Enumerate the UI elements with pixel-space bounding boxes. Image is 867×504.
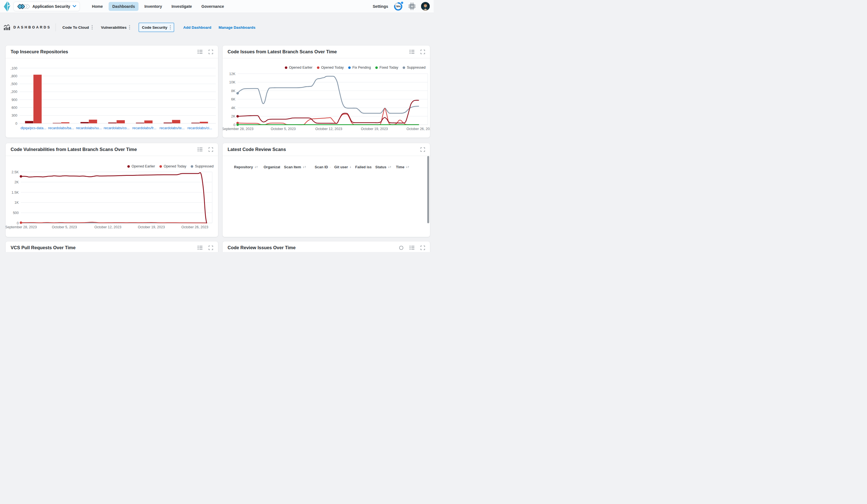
bar-category-label[interactable]: recardolabs/co...	[104, 126, 129, 130]
legend-item-suppressed[interactable]: Suppressed	[403, 66, 426, 69]
primary-nav: Home Dashboards Inventory Investigate Go…	[88, 2, 227, 11]
column-header-time[interactable]: Time↓↑	[392, 165, 425, 169]
progress-ring[interactable]: 78%	[394, 2, 403, 11]
sort-icon[interactable]: ↓↑	[254, 165, 258, 168]
bar-opened-today[interactable]	[117, 120, 125, 123]
bar-opened-earlier[interactable]	[53, 123, 61, 124]
list-view-icon[interactable]	[198, 50, 202, 54]
top-nav: Application Security Home Dashboards Inv…	[0, 0, 434, 13]
bar-opened-today[interactable]	[172, 120, 180, 123]
bar-category-label[interactable]: dlpqa/pcs-data...	[20, 126, 46, 130]
top-insecure-repositories-chart[interactable]: 0300600900,200,500,800,100dlpqa/pcs-data…	[6, 58, 218, 138]
add-dashboard-link[interactable]: Add Dashboard	[183, 25, 211, 30]
avatar-image	[421, 2, 430, 11]
user-avatar[interactable]	[421, 2, 430, 11]
series-opened-today[interactable]	[238, 108, 419, 125]
bar-opened-today[interactable]	[144, 121, 153, 123]
card-header: Code Issues from Latest Branch Scans Ove…	[223, 45, 430, 58]
manage-dashboards-link[interactable]: Manage Dashboards	[218, 25, 256, 30]
svg-text:2K: 2K	[231, 114, 236, 118]
bar-opened-earlier[interactable]	[164, 122, 172, 123]
nav-item-home[interactable]: Home	[88, 2, 106, 11]
column-header-scan-item[interactable]: Scan Item↓↑	[280, 165, 311, 169]
bar-opened-today[interactable]	[33, 75, 42, 123]
column-header-repository[interactable]: Repository↓↑	[227, 165, 260, 169]
card-code-issues-over-time: Code Issues from Latest Branch Scans Ove…	[223, 45, 430, 138]
ai-chip-icon[interactable]: AI	[408, 2, 416, 10]
expand-icon[interactable]	[208, 50, 213, 54]
svg-text:October 26, 2023: October 26, 2023	[407, 127, 430, 131]
bar-category-label[interactable]: recardolabs/ci...	[188, 126, 212, 130]
legend-item-fixed-today[interactable]: Fixed Today	[375, 66, 398, 69]
bar-opened-earlier[interactable]	[81, 122, 89, 123]
expand-icon[interactable]	[420, 147, 425, 152]
series-opened-today[interactable]	[21, 222, 207, 223]
settings-link[interactable]: Settings	[373, 4, 388, 9]
dashboard-tab-code-security[interactable]: Code Security	[139, 23, 174, 32]
bar-opened-earlier[interactable]	[136, 123, 144, 123]
dashboards-icon	[3, 24, 10, 31]
list-view-icon[interactable]	[198, 245, 202, 250]
legend-item-opened-earlier[interactable]: Opened Earlier	[285, 66, 312, 69]
sort-icon[interactable]: ↓↑	[388, 165, 391, 168]
nav-item-governance[interactable]: Governance	[198, 2, 227, 11]
legend-item-opened-today[interactable]: Opened Today	[159, 164, 186, 168]
dashboard-tab-vulnerabilities[interactable]: Vulnerabilities	[101, 25, 130, 30]
column-header-scan-id[interactable]: Scan ID↓↑	[311, 165, 330, 169]
expand-icon[interactable]	[420, 50, 425, 54]
bar-opened-earlier[interactable]	[108, 122, 117, 123]
list-view-icon[interactable]	[410, 50, 414, 54]
table-header-row: Repository↓↑Organization↓↑Scan Item↓↑Sca…	[227, 163, 425, 171]
bar-opened-today[interactable]	[200, 122, 208, 123]
card-header: Code Review Issues Over Time	[223, 241, 430, 252]
sort-icon[interactable]: ↓↑	[406, 165, 409, 168]
legend-label: Fixed Today	[379, 66, 398, 69]
nav-item-dashboards[interactable]: Dashboards	[109, 2, 139, 11]
card-code-review-issues: Code Review Issues Over Time	[223, 241, 430, 252]
svg-text:,800: ,800	[11, 74, 17, 78]
svg-text:AI: AI	[411, 5, 413, 8]
list-view-icon[interactable]	[410, 245, 414, 250]
code-issues-chart[interactable]: 02K4K6K8K10K12KSeptember 28, 2023October…	[223, 58, 430, 138]
svg-text:8K: 8K	[231, 89, 236, 93]
expand-icon[interactable]	[208, 147, 213, 152]
column-header-status[interactable]: Status↓↑	[371, 165, 392, 169]
expand-icon[interactable]	[208, 245, 213, 250]
column-header-git-user[interactable]: Git user↓↑	[330, 165, 351, 169]
bar-opened-today[interactable]	[61, 122, 69, 123]
sort-icon[interactable]: ↓↑	[349, 165, 351, 168]
dashboard-tab-code-to-cloud[interactable]: Code To Cloud	[63, 25, 93, 30]
bar-category-label[interactable]: recardolabs/fr...	[132, 126, 156, 130]
list-view-icon[interactable]	[198, 147, 202, 152]
card-code-vulnerabilities-over-time: Code Vulnerabilities from Latest Branch …	[6, 143, 218, 237]
nav-item-inventory[interactable]: Inventory	[141, 2, 165, 11]
scan-table: Repository↓↑Organization↓↑Scan Item↓↑Sca…	[223, 156, 430, 237]
series-opened-earlier[interactable]	[238, 100, 419, 123]
column-header-organization[interactable]: Organization↓↑	[260, 165, 280, 169]
bar-opened-today[interactable]	[89, 120, 97, 123]
series-opened-earlier[interactable]	[21, 173, 207, 223]
kebab-menu-icon[interactable]	[92, 25, 93, 30]
bar-opened-earlier[interactable]	[191, 123, 200, 123]
top-nav-right: Settings 78% AI	[373, 2, 431, 11]
column-header-failed-issues[interactable]: Failed issues↓↑	[351, 165, 371, 169]
prisma-cloud-logo-icon[interactable]	[3, 1, 11, 12]
card-title: Top Insecure Repositories	[11, 49, 68, 54]
table-scrollbar[interactable]	[427, 156, 429, 223]
legend-item-opened-earlier[interactable]: Opened Earlier	[127, 164, 155, 168]
nav-item-investigate[interactable]: Investigate	[168, 2, 195, 11]
bar-category-label[interactable]: recardolabs/te...	[159, 126, 184, 130]
kebab-menu-icon[interactable]	[129, 25, 130, 30]
legend-label: Opened Today	[164, 164, 186, 168]
expand-icon[interactable]	[420, 245, 425, 250]
app-selector[interactable]: Application Security	[13, 2, 80, 11]
legend-item-suppressed[interactable]: Suppressed	[191, 164, 214, 168]
bar-category-label[interactable]: recardolabs/ba...	[48, 126, 74, 130]
donut-view-icon[interactable]	[399, 245, 404, 250]
legend-item-fix-pending[interactable]: Fix Pending	[348, 66, 371, 69]
kebab-menu-icon[interactable]	[170, 25, 171, 30]
legend-item-opened-today[interactable]: Opened Today	[317, 66, 344, 69]
sort-icon[interactable]: ↓↑	[302, 165, 306, 168]
bar-category-label[interactable]: recardolabs/su...	[76, 126, 101, 130]
bar-opened-earlier[interactable]	[25, 121, 33, 123]
